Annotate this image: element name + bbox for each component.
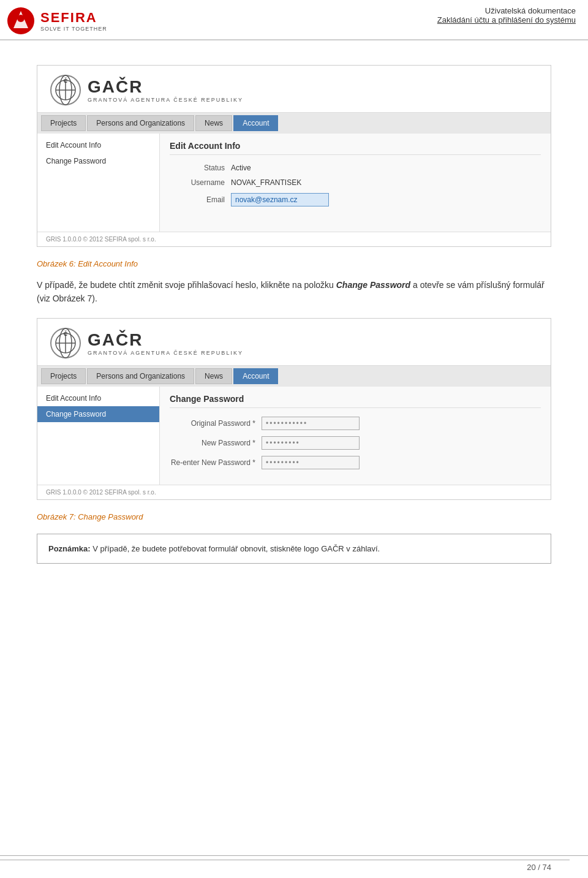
form-row-orig-pwd: Original Password * bbox=[170, 417, 541, 430]
svg-text:Č: Č bbox=[64, 77, 68, 84]
page-header: SEFIRA SOLVE IT TOGETHER Uživatelská dok… bbox=[0, 0, 588, 40]
svg-text:Č: Č bbox=[64, 330, 68, 337]
reenter-password-input[interactable] bbox=[262, 456, 360, 469]
label-orig-pwd: Original Password * bbox=[170, 419, 255, 428]
gacr-header-2: Č GAČR GRANTOVÁ AGENTURA ČESKÉ REPUBLIKY bbox=[37, 319, 551, 366]
header-right: Uživatelská dokumentace Zakládání účtu a… bbox=[437, 6, 576, 25]
sidebar-change-password-1[interactable]: Change Password bbox=[37, 153, 159, 169]
nav-account-1[interactable]: Account bbox=[233, 115, 278, 131]
gacr-logo-text-2: GAČR GRANTOVÁ AGENTURA ČESKÉ REPUBLIKY bbox=[88, 330, 243, 356]
sefira-logo-icon bbox=[6, 6, 36, 36]
label-reenter-pwd: Re-enter New Password * bbox=[170, 458, 255, 467]
screenshot-content-1: Edit Account Info Change Password Edit A… bbox=[37, 134, 551, 232]
logo-tagline: SOLVE IT TOGETHER bbox=[40, 26, 107, 32]
gacr-name-1: GAČR bbox=[88, 77, 243, 97]
nav-bar-2: Projects Persons and Organizations News … bbox=[37, 366, 551, 387]
form-row-new-pwd: New Password * bbox=[170, 436, 541, 450]
doc-title: Uživatelská dokumentace bbox=[437, 6, 576, 15]
gacr-logo-icon-1: Č bbox=[50, 74, 81, 106]
nav-bar-1: Projects Persons and Organizations News … bbox=[37, 113, 551, 134]
screenshot-1: Č GAČR GRANTOVÁ AGENTURA ČESKÉ REPUBLIKY… bbox=[37, 65, 551, 247]
sidebar-edit-account-2[interactable]: Edit Account Info bbox=[37, 390, 159, 406]
body-text: V případě, že budete chtít změnit svoje … bbox=[37, 278, 551, 306]
screenshot-content-2: Edit Account Info Change Password Change… bbox=[37, 387, 551, 485]
main-panel-2: Change Password Original Password * New … bbox=[160, 387, 551, 485]
gacr-logo-icon-2: Č bbox=[50, 327, 81, 359]
footer-divider bbox=[0, 855, 588, 856]
value-status: Active bbox=[231, 164, 251, 172]
figure-caption-1: Obrázek 6: Edit Account Info bbox=[37, 259, 551, 268]
gacr-logo-text-1: GAČR GRANTOVÁ AGENTURA ČESKÉ REPUBLIKY bbox=[88, 77, 243, 103]
nav-persons-2[interactable]: Persons and Organizations bbox=[87, 368, 194, 384]
nav-persons-1[interactable]: Persons and Organizations bbox=[87, 115, 194, 131]
figure-caption-2: Obrázek 7: Change Password bbox=[37, 512, 551, 521]
sidebar-edit-account-1[interactable]: Edit Account Info bbox=[37, 137, 159, 153]
sidebar-change-password-2[interactable]: Change Password bbox=[37, 406, 159, 422]
screenshot-footer-2: GRIS 1.0.0.0 © 2012 SEFIRA spol. s r.o. bbox=[37, 485, 551, 499]
sidebar-1: Edit Account Info Change Password bbox=[37, 134, 160, 232]
note-box: Poznámka: V případě, že budete potřebova… bbox=[37, 534, 551, 564]
label-email: Email bbox=[170, 195, 225, 204]
form-row-reenter-pwd: Re-enter New Password * bbox=[170, 456, 541, 469]
email-input[interactable] bbox=[231, 193, 329, 206]
panel-title-1: Edit Account Info bbox=[170, 141, 541, 155]
logo-text: SEFIRA SOLVE IT TOGETHER bbox=[40, 10, 107, 32]
screenshot-footer-1: GRIS 1.0.0.0 © 2012 SEFIRA spol. s r.o. bbox=[37, 232, 551, 246]
gacr-name-2: GAČR bbox=[88, 330, 243, 350]
gacr-subtitle-1: GRANTOVÁ AGENTURA ČESKÉ REPUBLIKY bbox=[88, 97, 243, 103]
page-footer: 20 / 74 bbox=[0, 860, 570, 872]
gacr-subtitle-2: GRANTOVÁ AGENTURA ČESKÉ REPUBLIKY bbox=[88, 350, 243, 356]
nav-account-2[interactable]: Account bbox=[233, 368, 278, 384]
label-status: Status bbox=[170, 164, 225, 172]
doc-subtitle: Zakládání účtu a přihlášení do systému bbox=[437, 15, 576, 25]
nav-projects-1[interactable]: Projects bbox=[41, 115, 86, 131]
gacr-header-1: Č GAČR GRANTOVÁ AGENTURA ČESKÉ REPUBLIKY bbox=[37, 66, 551, 113]
logo-name: SEFIRA bbox=[40, 10, 107, 26]
screenshot-2: Č GAČR GRANTOVÁ AGENTURA ČESKÉ REPUBLIKY… bbox=[37, 318, 551, 500]
label-username: Username bbox=[170, 178, 225, 187]
form-row-email: Email bbox=[170, 193, 541, 206]
nav-news-2[interactable]: News bbox=[195, 368, 232, 384]
form-row-status: Status Active bbox=[170, 164, 541, 172]
form-row-username: Username NOVAK_FRANTISEK bbox=[170, 178, 541, 187]
label-new-pwd: New Password * bbox=[170, 439, 255, 447]
logo-area: SEFIRA SOLVE IT TOGETHER bbox=[6, 6, 107, 36]
note-bold: Poznámka: bbox=[48, 544, 91, 553]
nav-news-1[interactable]: News bbox=[195, 115, 232, 131]
new-password-input[interactable] bbox=[262, 436, 360, 450]
svg-point-2 bbox=[17, 15, 24, 22]
sidebar-2: Edit Account Info Change Password bbox=[37, 387, 160, 485]
main-content: Č GAČR GRANTOVÁ AGENTURA ČESKÉ REPUBLIKY… bbox=[0, 40, 588, 588]
value-username: NOVAK_FRANTISEK bbox=[231, 178, 301, 187]
orig-password-input[interactable] bbox=[262, 417, 360, 430]
note-text: V případě, že budete potřebovat formulář… bbox=[91, 544, 380, 553]
nav-projects-2[interactable]: Projects bbox=[41, 368, 86, 384]
main-panel-1: Edit Account Info Status Active Username… bbox=[160, 134, 551, 232]
panel-title-2: Change Password bbox=[170, 394, 541, 408]
